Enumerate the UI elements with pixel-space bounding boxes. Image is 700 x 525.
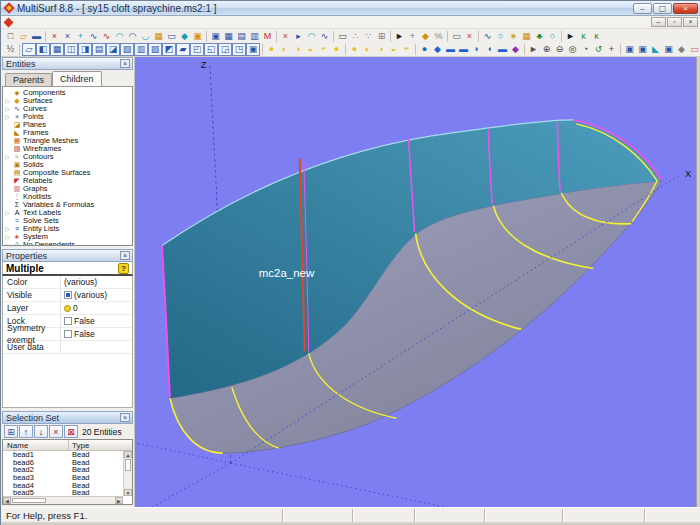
pick-icon[interactable]: ► bbox=[527, 43, 540, 56]
tool-icon[interactable]: ◆ bbox=[675, 43, 688, 56]
mesh-icon[interactable]: ▦ bbox=[520, 30, 533, 43]
expand-icon[interactable]: ▷ bbox=[3, 233, 12, 241]
multiview-icon[interactable]: M bbox=[261, 30, 274, 43]
save-icon[interactable]: ▬ bbox=[30, 30, 43, 43]
close-panel-icon[interactable]: × bbox=[120, 413, 130, 422]
move-down-icon[interactable]: ↓ bbox=[34, 425, 48, 438]
column-header-name[interactable]: Name bbox=[3, 440, 69, 450]
surface-tool-icon[interactable]: ▦ bbox=[50, 43, 64, 56]
vertical-scrollbar[interactable]: ▲ ▼ bbox=[123, 451, 132, 496]
surface-tool-icon[interactable]: ▱ bbox=[22, 43, 36, 56]
snap-icon[interactable]: ∵ bbox=[362, 30, 375, 43]
hide-bulb-icon[interactable]: ◓ bbox=[400, 43, 413, 56]
property-value[interactable]: False bbox=[61, 329, 132, 339]
window-icon[interactable]: ▦ bbox=[222, 30, 235, 43]
table-layout-icon[interactable]: ⊞ bbox=[4, 425, 18, 438]
curvature-icon[interactable]: κ bbox=[577, 30, 590, 43]
surface-tool-icon[interactable]: ▭ bbox=[165, 30, 178, 43]
perspective-icon[interactable]: ◣ bbox=[649, 43, 662, 56]
selection-panel-header[interactable]: Selection Set × bbox=[2, 411, 133, 424]
delete-icon[interactable]: × bbox=[463, 30, 476, 43]
model-window-icon[interactable]: ▣ bbox=[623, 43, 636, 56]
tab-parents[interactable]: Parents bbox=[5, 73, 52, 86]
surface-tool-icon[interactable]: ◰ bbox=[190, 43, 204, 56]
surface-tool-icon[interactable]: ◪ bbox=[106, 43, 120, 56]
horizontal-scrollbar[interactable]: ◀ ▶ bbox=[3, 496, 123, 504]
arc-tool-icon[interactable]: ◠ bbox=[113, 30, 126, 43]
property-control-icon[interactable] bbox=[64, 317, 72, 325]
title-bar[interactable]: MultiSurf 8.8 - [ sy15 cloft spraychine.… bbox=[1, 1, 700, 16]
entities-panel-header[interactable]: Entities × bbox=[2, 57, 133, 70]
view-custom-icon[interactable]: ◆ bbox=[509, 43, 522, 56]
render-window-icon[interactable]: ▭ bbox=[688, 43, 700, 56]
pointer-icon[interactable]: ► bbox=[393, 30, 406, 43]
select-box-icon[interactable]: ▭ bbox=[336, 30, 349, 43]
surface-tool-icon[interactable]: ◲ bbox=[218, 43, 232, 56]
point-tool-icon[interactable]: × bbox=[61, 30, 74, 43]
zoom-previous-icon[interactable]: ◔ bbox=[579, 43, 592, 56]
curvature-icon[interactable]: κ bbox=[590, 30, 603, 43]
help-icon[interactable]: ? bbox=[118, 263, 129, 274]
hide-bulb-icon[interactable]: ◒ bbox=[387, 43, 400, 56]
surface-tool-icon[interactable]: ▨ bbox=[148, 43, 162, 56]
arc-icon[interactable]: ◠ bbox=[305, 30, 318, 43]
show-bulb-icon[interactable]: ◑ bbox=[291, 43, 304, 56]
tab-children[interactable]: Children bbox=[52, 71, 102, 86]
solid-tool-icon[interactable]: ▣ bbox=[191, 30, 204, 43]
window-icon[interactable]: ▣ bbox=[209, 30, 222, 43]
property-value[interactable]: (various) bbox=[61, 277, 132, 287]
scroll-left-icon[interactable]: ◀ bbox=[3, 497, 11, 504]
view-icon[interactable]: ◆ bbox=[431, 43, 444, 56]
curve-tool-icon[interactable]: ∿ bbox=[87, 30, 100, 43]
property-control-icon[interactable] bbox=[64, 291, 72, 299]
expand-icon[interactable]: ▷ bbox=[3, 97, 12, 105]
expand-icon[interactable]: ▷ bbox=[3, 209, 12, 217]
scroll-up-icon[interactable]: ▲ bbox=[124, 451, 132, 458]
curve-tool-icon[interactable]: ◡ bbox=[139, 30, 152, 43]
view-home-icon[interactable]: ● bbox=[418, 43, 431, 56]
arc-tool-icon[interactable]: ◠ bbox=[126, 30, 139, 43]
mdi-restore-button[interactable]: ▫ bbox=[667, 17, 682, 27]
point-tool-icon[interactable]: × bbox=[48, 30, 61, 43]
curve-tool-icon[interactable]: ∿ bbox=[100, 30, 113, 43]
show-bulb-icon[interactable]: ◐ bbox=[278, 43, 291, 56]
minimize-button[interactable]: – bbox=[633, 3, 652, 14]
hide-bulb-icon[interactable]: ◑ bbox=[374, 43, 387, 56]
curve-icon[interactable]: ∿ bbox=[318, 30, 331, 43]
snap-icon[interactable]: ∴ bbox=[349, 30, 362, 43]
surface-tool-icon[interactable]: ◩ bbox=[162, 43, 176, 56]
mdi-close-button[interactable]: × bbox=[683, 17, 698, 27]
delete-icon[interactable]: × bbox=[279, 30, 292, 43]
mesh-tool-icon[interactable]: ▦ bbox=[152, 30, 165, 43]
window-icon[interactable]: ▤ bbox=[235, 30, 248, 43]
remove-icon[interactable]: × bbox=[49, 425, 63, 438]
rotate-view-icon[interactable]: ↺ bbox=[592, 43, 605, 56]
model-viewport[interactable]: Z X Y mc2a_new bbox=[135, 57, 696, 507]
property-value[interactable]: False bbox=[61, 316, 132, 326]
circle-icon[interactable]: ○ bbox=[546, 30, 559, 43]
measure-icon[interactable]: + bbox=[406, 30, 419, 43]
surface-tool-icon[interactable]: ◫ bbox=[64, 43, 78, 56]
grid-icon[interactable]: ⊞ bbox=[375, 30, 388, 43]
zoom-window-icon[interactable]: ◎ bbox=[566, 43, 579, 56]
zoom-in-icon[interactable]: ⊕ bbox=[540, 43, 553, 56]
mdi-minimize-button[interactable]: – bbox=[651, 17, 666, 27]
surface-tool-icon[interactable]: ▤ bbox=[92, 43, 106, 56]
window-icon[interactable]: ▥ bbox=[248, 30, 261, 43]
view-side-icon[interactable]: ◖ bbox=[483, 43, 496, 56]
star-icon[interactable]: ∗ bbox=[507, 30, 520, 43]
scroll-right-icon[interactable]: ▶ bbox=[115, 497, 123, 504]
point-tool-icon[interactable]: + bbox=[74, 30, 87, 43]
percent-icon[interactable]: % bbox=[432, 30, 445, 43]
surface-tool-icon[interactable]: ◧ bbox=[36, 43, 50, 56]
surface-tool-icon[interactable]: ◱ bbox=[204, 43, 218, 56]
surface-tool-icon[interactable]: ◳ bbox=[232, 43, 246, 56]
move-up-icon[interactable]: ↑ bbox=[19, 425, 33, 438]
view-side-icon[interactable]: ◗ bbox=[470, 43, 483, 56]
model-window-icon[interactable]: ▣ bbox=[636, 43, 649, 56]
show-bulb-icon[interactable]: ● bbox=[265, 43, 278, 56]
surface-tool-icon[interactable]: ▧ bbox=[120, 43, 134, 56]
surface-tool-icon[interactable]: ◨ bbox=[78, 43, 92, 56]
surface-tool-icon[interactable]: ▣ bbox=[246, 43, 260, 56]
divide-icon[interactable]: ½ bbox=[4, 43, 17, 56]
